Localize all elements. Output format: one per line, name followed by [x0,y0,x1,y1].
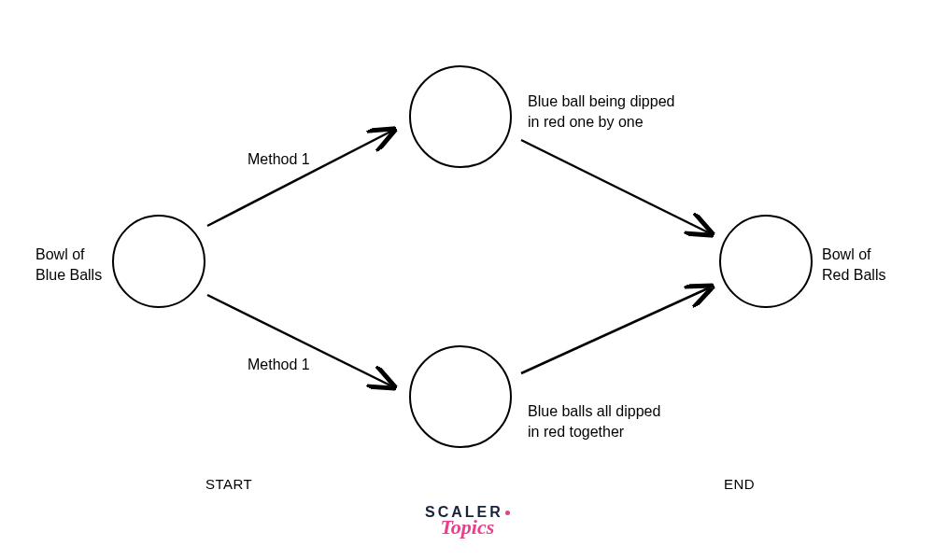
node-top-label: Blue ball being dipped in red one by one [528,91,733,132]
node-start-label: Bowl of Blue Balls [35,245,110,285]
text: START [205,476,252,492]
brand-logo: SCALER Topics [425,504,510,539]
edge-label-top: Method 1 [248,149,310,170]
text: Bowl of Blue Balls [35,246,102,283]
text: Blue ball being dipped in red one by one [528,93,674,130]
svg-line-2 [521,140,710,233]
footer-end: END [724,476,755,492]
node-top [409,65,512,168]
brand-dot-icon [505,511,510,515]
node-bottom-label: Blue balls all dipped in red together [528,401,733,441]
node-end-label: Bowl of Red Balls [822,245,906,285]
text: Blue balls all dipped in red together [528,403,660,440]
footer-start: START [205,476,252,492]
svg-line-3 [521,287,710,373]
text: Bowl of Red Balls [822,246,885,283]
text: Method 1 [248,151,310,167]
text: END [724,476,755,492]
svg-line-0 [207,131,392,226]
node-start [112,215,205,308]
edge-label-bottom: Method 1 [248,355,310,375]
node-bottom [409,345,512,448]
text: Method 1 [248,357,310,372]
node-end [719,215,813,308]
